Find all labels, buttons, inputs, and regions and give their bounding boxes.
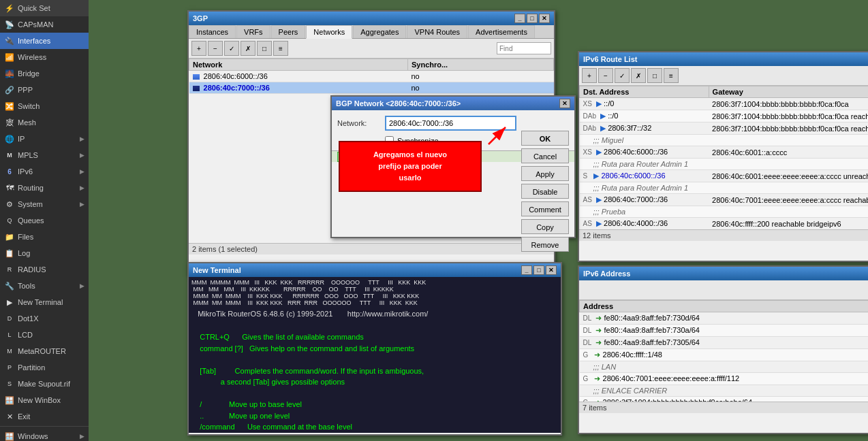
- sidebar-item-radius[interactable]: R RADIUS: [0, 261, 89, 278]
- ipv6-route-table: Dst. Address Gateway Distance XS ▶ ::/0 …: [579, 86, 868, 229]
- comment-row: ;;; ENLACE CARRIER: [580, 385, 869, 397]
- sidebar-item-metarouter[interactable]: M MetaROUTER: [0, 343, 89, 359]
- sidebar-item-lcd[interactable]: L LCD: [0, 327, 89, 343]
- table-row[interactable]: AS ▶ 2806:40c:7000::/36 2806:40c:7001:ee…: [580, 194, 869, 206]
- table-row[interactable]: DL ➜ fe80::4aa9:8aff:feb7:730a/64: [580, 325, 869, 337]
- table-row[interactable]: DL ➜ fe80::4aa9:8aff:feb7:730d/64: [580, 312, 869, 325]
- find-input[interactable]: [497, 42, 551, 54]
- comment-button[interactable]: Comment: [521, 201, 569, 216]
- sidebar-item-files[interactable]: 📁 Files: [0, 229, 89, 245]
- sidebar-item-mesh[interactable]: 🕸 Mesh: [0, 114, 89, 131]
- tab-peers[interactable]: Peers: [271, 25, 306, 38]
- table-row[interactable]: S ▶ 2806:40c:6000::/36 2806:40c:6001:eee…: [580, 170, 869, 182]
- terminal-maximize-btn[interactable]: □: [533, 265, 544, 275]
- sidebar-item-windows[interactable]: 🪟 Windows ▶: [0, 428, 89, 441]
- dialog-disable-button[interactable]: Disable: [521, 184, 569, 199]
- sidebar-item-system[interactable]: ⚙ System ▶: [0, 196, 89, 212]
- sidebar-item-switch[interactable]: 🔀 Switch: [0, 98, 89, 114]
- sidebar-item-bridge[interactable]: 🌉 Bridge: [0, 65, 89, 82]
- sidebar-item-wireless[interactable]: 📶 Wireless: [0, 49, 89, 65]
- sidebar-item-routing[interactable]: 🗺 Routing ▶: [0, 180, 89, 196]
- sidebar-item-quickset[interactable]: ⚡ Quick Set: [0, 0, 89, 16]
- table-row[interactable]: DL ➜ fe80::4aa9:8aff:feb7:7305/64: [580, 337, 869, 349]
- table-row[interactable]: AS ▶ 2806:40c:4000::/36 2806:40c:ffff::2…: [580, 218, 869, 230]
- add-btn[interactable]: +: [191, 41, 206, 56]
- sidebar-item-new-terminal[interactable]: ▶ New Terminal: [0, 294, 89, 310]
- dialog-close-btn[interactable]: ✕: [559, 99, 570, 108]
- table-row-selected[interactable]: 2806:40c:7000::/36 no: [189, 82, 554, 94]
- ipv6-item-count: 12 items: [583, 231, 611, 240]
- copy-button[interactable]: Copy: [521, 219, 569, 234]
- network-value: 2806:40c:6000::/36: [189, 71, 408, 82]
- tab-vrfs[interactable]: VRFs: [236, 25, 270, 38]
- sidebar-item-exit[interactable]: ✕ Exit: [0, 408, 89, 425]
- sidebar-item-mpls[interactable]: M MPLS ▶: [0, 147, 89, 163]
- sidebar-item-ipv6[interactable]: 6 IPv6 ▶: [0, 163, 89, 180]
- ipv6-disable-btn[interactable]: ✗: [631, 68, 646, 83]
- table-row[interactable]: 2806:40c:6000::/36 no: [189, 71, 554, 82]
- sidebar-item-interfaces[interactable]: 🔌 Interfaces: [0, 33, 89, 49]
- bgp-titlebar[interactable]: 3GP _ □ ✕: [189, 12, 554, 25]
- dot1x-icon: D: [4, 313, 15, 324]
- route-gw: 2806:3f7:1004:bbbb:bbbb:bbbb:f0ca:f0ca r…: [709, 122, 868, 135]
- sidebar-item-new-winbox[interactable]: 🪟 New WinBox: [0, 392, 89, 408]
- bgp-maximize-btn[interactable]: □: [527, 14, 538, 23]
- tab-aggregates[interactable]: Aggregates: [353, 25, 406, 38]
- dialog-titlebar[interactable]: BGP Network <2806:40c:7000::/36> ✕: [332, 97, 574, 110]
- ipv6-title: IPv6 Route List: [583, 55, 868, 63]
- remove-btn[interactable]: −: [208, 41, 223, 56]
- table-row[interactable]: G ➜ 2806:3f7:1004:bbbb:bbbb:bbbb:f0ca:be…: [580, 397, 869, 402]
- sidebar-item-dot1x[interactable]: D Dot1X: [0, 310, 89, 327]
- bgp-network-dialog: BGP Network <2806:40c:7000::/36> ✕ Netwo…: [330, 95, 576, 238]
- sidebar-label-radius: RADIUS: [18, 265, 46, 274]
- ipv6-titlebar[interactable]: IPv6 Route List _ □ ✕: [579, 52, 868, 66]
- ipv6-toolbar: + − ✓ ✗ □ ≡: [579, 66, 868, 86]
- remove-button[interactable]: Remove: [521, 237, 569, 252]
- table-row[interactable]: DAb ▶ ::/0 2806:3f7:1004:bbbb:bbbb:bbbb:…: [580, 110, 869, 122]
- table-row[interactable]: XS ▶ 2806:40c:6000::/36 2806:40c:6001::a…: [580, 146, 869, 159]
- sidebar-item-tools[interactable]: 🔧 Tools ▶: [0, 278, 89, 294]
- sidebar-item-ip[interactable]: 🌐 IP ▶: [0, 131, 89, 147]
- network-input[interactable]: [385, 116, 516, 131]
- bgp-minimize-btn[interactable]: _: [514, 14, 525, 23]
- terminal-minimize-btn[interactable]: _: [521, 265, 532, 275]
- comment-row: ;;; Miguel: [580, 135, 869, 146]
- ipv6-filter-btn[interactable]: ≡: [664, 68, 679, 83]
- table-row[interactable]: DAb ▶ 2806:3f7::/32 2806:3f7:1004:bbbb:b…: [580, 122, 869, 135]
- enable-btn[interactable]: ✓: [224, 41, 239, 56]
- sidebar-item-make-supout[interactable]: S Make Supout.rif: [0, 376, 89, 392]
- tab-advertisements[interactable]: Advertisements: [468, 25, 535, 38]
- sidebar-item-log[interactable]: 📋 Log: [0, 245, 89, 261]
- tab-networks[interactable]: Networks: [306, 25, 352, 39]
- cancel-button[interactable]: Cancel: [521, 148, 569, 163]
- sidebar-item-queues[interactable]: Q Queues: [0, 212, 89, 229]
- apply-button[interactable]: Apply: [521, 166, 569, 181]
- sidebar-item-partition[interactable]: P Partition: [0, 359, 89, 376]
- terminal-titlebar[interactable]: New Terminal _ □ ✕: [189, 263, 561, 277]
- tab-vpn4routes[interactable]: VPN4 Routes: [407, 25, 467, 38]
- disable-btn[interactable]: ✗: [241, 41, 255, 56]
- table-row[interactable]: G ➜ 2806:40c:ffff::1/48: [580, 349, 869, 361]
- comment-lan: ;;; LAN: [580, 361, 869, 373]
- dialog-window-controls: ✕: [559, 99, 570, 108]
- table-row[interactable]: G ➜ 2806:40c:7001:eeee:eeee:eeee:a:ffff/…: [580, 373, 869, 385]
- switch-icon: 🔀: [4, 101, 15, 112]
- ipv6-route-window: IPv6 Route List _ □ ✕ + − ✓ ✗ □ ≡ Dst. A…: [578, 51, 868, 262]
- ipv6-addr-titlebar[interactable]: IPv6 Address _ □ ✕: [579, 267, 868, 280]
- terminal-close-btn[interactable]: ✕: [546, 265, 557, 275]
- ok-button[interactable]: OK: [521, 131, 569, 146]
- terminal-body[interactable]: MMM MMMM MMM III KKK KKK RRRRRR OOOOOO T…: [189, 277, 561, 433]
- tab-instances[interactable]: Instances: [189, 25, 236, 38]
- copy-btn[interactable]: □: [257, 41, 272, 56]
- ipv6-enable-btn[interactable]: ✓: [615, 68, 630, 83]
- ipv6-remove-btn[interactable]: −: [598, 68, 613, 83]
- sidebar-item-ppp[interactable]: 🔗 PPP: [0, 82, 89, 98]
- terminal-icon: ▶: [4, 297, 15, 308]
- sidebar-item-capsman[interactable]: 📡 CAPsMAN: [0, 16, 89, 33]
- table-row[interactable]: XS ▶ ::/0 2806:3f7:1004:bbbb:bbbb:bbbb:f…: [580, 98, 869, 110]
- bgp-close-btn[interactable]: ✕: [539, 14, 550, 23]
- ppp-icon: 🔗: [4, 84, 15, 95]
- ipv6-add-btn[interactable]: +: [582, 68, 597, 83]
- ipv6-copy-btn[interactable]: □: [647, 68, 662, 83]
- filter-btn[interactable]: ≡: [273, 41, 288, 56]
